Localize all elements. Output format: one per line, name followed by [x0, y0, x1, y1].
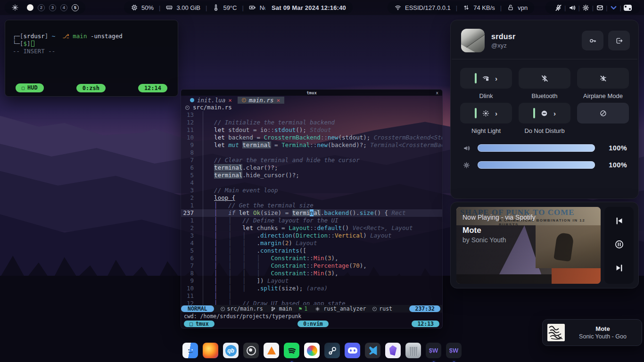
line-number: 7: [181, 262, 200, 270]
dock-item-discord[interactable]: [345, 343, 360, 361]
dock-item-sw-app-1[interactable]: $W: [426, 343, 441, 361]
mail-icon[interactable]: [594, 4, 606, 11]
album-art: SHAPE OF PUNK TO COME A CHIMERICAL BOMBI…: [456, 207, 601, 284]
workspace-5[interactable]: 5: [72, 4, 79, 11]
workspace-2[interactable]: 2: [38, 4, 45, 11]
line-number: 12: [181, 119, 200, 126]
logout-button[interactable]: [608, 31, 630, 50]
line-number: 9: [181, 277, 200, 285]
pause-button[interactable]: [615, 240, 624, 251]
code-line: 8 │ │ │ │ Constraint::Min(3),: [181, 270, 442, 277]
clock[interactable]: Sat 09 Mar 2024 12:16:40: [265, 1, 353, 14]
code-buffer[interactable]: 1312 // Initialize the terminal backend1…: [181, 111, 442, 305]
toggle-airplane-mode[interactable]: [577, 68, 629, 89]
toggle-label: Do Not Disturb: [524, 127, 564, 135]
winbar-filename: src/main.rs: [193, 104, 232, 111]
code-line: 1 │ // Get the terminal size: [181, 202, 442, 209]
volume-slider[interactable]: [478, 144, 595, 152]
dock-item-qbittorrent[interactable]: qb: [223, 343, 239, 361]
dock-item-steam[interactable]: [324, 343, 340, 361]
chevron-right-icon[interactable]: ›: [553, 110, 556, 117]
workspace-1[interactable]: [27, 4, 33, 11]
workspaces-group: 2345: [5, 1, 85, 14]
memory-usage: 3.00 GiB: [176, 4, 200, 11]
code-line: 6 terminal.clear()?;: [181, 164, 442, 172]
toggle-disabled[interactable]: [577, 103, 629, 123]
tab-init.lua[interactable]: init.lua×: [186, 97, 236, 104]
toggle-bluetooth[interactable]: [519, 68, 570, 89]
tmux-window[interactable]: tmux x init.lua×main.rs× src/main.rs 131…: [181, 89, 443, 329]
chevron-right-icon[interactable]: ›: [495, 110, 497, 117]
key-button[interactable]: [582, 31, 603, 50]
dock-item-firefox[interactable]: [203, 343, 218, 361]
quick-toggles-icon[interactable]: [621, 5, 634, 11]
code-line: 8: [181, 149, 442, 156]
player-controls: [604, 207, 634, 284]
zsh-window-pill[interactable]: 0:zsh: [76, 84, 106, 92]
workspace-4[interactable]: 4: [60, 4, 67, 11]
notification-popup[interactable]: Mote Sonic Youth - Goo: [542, 319, 642, 346]
code-line: 3 // Main event loop: [181, 187, 442, 194]
next-button[interactable]: [615, 263, 624, 274]
window-close-button[interactable]: x: [436, 90, 438, 95]
tmux-window-pill[interactable]: 0:nvim: [297, 321, 329, 327]
dock-item-obsidian[interactable]: [385, 343, 401, 361]
brightness-slider[interactable]: [478, 161, 595, 169]
diagnostic-flag-icon: ⚑: [298, 305, 302, 313]
nvim-tabline: init.lua×main.rs×: [181, 96, 442, 104]
code-line-current: 237 │ if let Ok(size) = terminal.backend…: [181, 209, 442, 217]
dock-item-vscode[interactable]: [365, 343, 380, 361]
line-number: 11: [181, 126, 200, 134]
code-line: 11 │ │: [181, 292, 442, 300]
workspace-switcher: 2345: [27, 4, 79, 11]
terminal-window[interactable]: ┌─[srdusr] ~ ⎇ main -unstaged └─[$] -- I…: [5, 20, 178, 97]
git-branch-icon: [270, 305, 277, 313]
code-line: 6 │ │ │ │ Constraint::Min(3),: [181, 255, 442, 262]
mode-indicator: NORMAL: [181, 305, 214, 312]
code-line: 4: [181, 179, 442, 187]
vpn-lock-icon: [507, 4, 514, 11]
toggle-dlink[interactable]: ›: [460, 68, 512, 89]
header-actions: [582, 31, 630, 50]
lua-icon: [190, 98, 194, 102]
line-number: 3: [181, 187, 200, 194]
previous-button[interactable]: [615, 216, 624, 227]
toggle-night-light[interactable]: ›: [460, 103, 512, 123]
tab-close-icon[interactable]: ×: [228, 97, 232, 104]
speaker-icon[interactable]: [566, 4, 578, 11]
code-line: 2 loop {: [181, 194, 442, 202]
username: srdusr: [491, 33, 516, 41]
dock-item-spotify[interactable]: [284, 343, 299, 361]
tmux-session-pill[interactable]: □tmux: [184, 321, 215, 327]
toggle-do-not-disturb[interactable]: ›: [519, 103, 570, 123]
code-line: 5 terminal.hide_cursor()?;: [181, 172, 442, 179]
distro-logo-icon: [11, 4, 18, 11]
chevron-right-icon[interactable]: ›: [495, 75, 497, 82]
workspace-3[interactable]: 3: [49, 4, 56, 11]
code-line: 3 │ │ │ .direction(Direction::Vertical) …: [181, 232, 442, 239]
network-group[interactable]: ESSID/127.0.0.1 | 74 KB/s | vpn: [388, 1, 534, 14]
chevron-down-icon[interactable]: [608, 4, 620, 11]
dock-item-photos[interactable]: [304, 343, 320, 361]
notification-album-thumb: [547, 324, 565, 341]
nvim-editor: init.lua×main.rs× src/main.rs 1312 // In…: [181, 96, 442, 328]
settings-gear-icon[interactable]: [580, 4, 592, 11]
now-playing-caption: Now Playing - via Spotify: [462, 214, 536, 221]
tab-close-icon[interactable]: ×: [276, 97, 280, 104]
line-number: 6: [181, 164, 200, 172]
prompt-user: srdusr: [24, 33, 45, 40]
cpu-usage: 50%: [141, 4, 154, 11]
dock-item-sw-app-2[interactable]: $W: [446, 343, 462, 361]
tab-main.rs[interactable]: main.rs×: [238, 97, 284, 104]
git-branch-icon: ⎇: [55, 33, 73, 40]
toggle-active-indicator: [475, 73, 477, 83]
dock-item-trash[interactable]: [405, 343, 421, 361]
hud-pill[interactable]: □HUD: [16, 83, 44, 92]
dock-item-obs[interactable]: [243, 343, 259, 361]
code-line: 2 │ │ let chunks = Layout::default() Vec…: [181, 224, 442, 232]
airplane-off-icon: [600, 75, 607, 82]
line-number: 7: [181, 156, 200, 164]
microphone-muted-icon[interactable]: [552, 4, 564, 11]
dock-item-vlc[interactable]: [264, 343, 279, 361]
dock-item-files[interactable]: [182, 343, 198, 361]
